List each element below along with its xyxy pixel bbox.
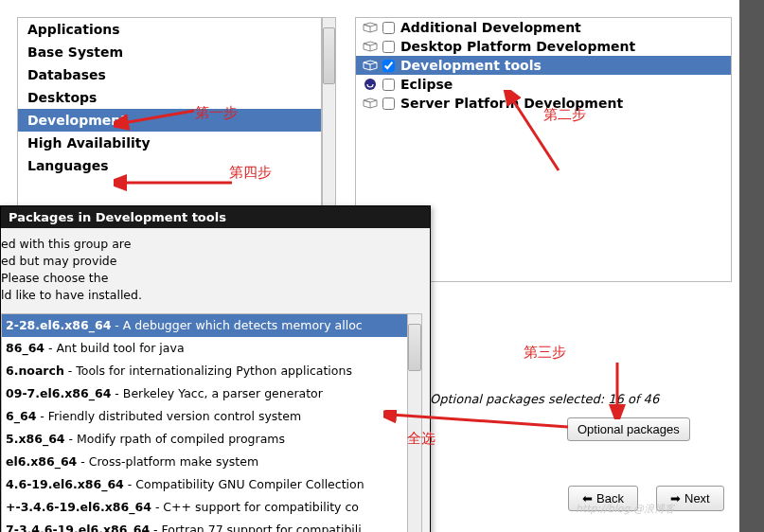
group-development-tools[interactable]: Development tools xyxy=(356,56,731,75)
annotation-step3: 第三步 xyxy=(524,344,566,362)
group-additional-development[interactable]: Additional Development xyxy=(356,18,731,37)
group-checkbox[interactable] xyxy=(382,79,395,91)
category-desktops[interactable]: Desktops xyxy=(18,86,321,109)
package-icon xyxy=(362,58,379,73)
list-item[interactable]: el6.x86_64 - Cross-platform make system xyxy=(2,451,421,473)
dialog-text-line: Please choose the xyxy=(1,270,422,287)
group-label: Desktop Platform Development xyxy=(400,39,635,54)
package-icon xyxy=(362,20,379,35)
main-area: Applications Base System Databases Deskt… xyxy=(0,0,739,532)
category-high-availability[interactable]: High Availability xyxy=(18,132,321,154)
list-item[interactable]: 6_64 - Friendly distributed version cont… xyxy=(2,405,421,428)
group-server-platform-development[interactable]: Server Platform Development xyxy=(356,94,731,113)
package-icon xyxy=(362,96,379,111)
list-item[interactable]: 2-28.el6.x86_64 - A debugger which detec… xyxy=(2,314,421,337)
group-checkbox[interactable] xyxy=(382,22,395,34)
window-sidebar xyxy=(739,0,764,532)
watermark: http://blog.@浪博客 xyxy=(576,502,675,516)
list-item[interactable]: 86_64 - Ant build tool for java xyxy=(2,337,421,360)
group-label: Server Platform Development xyxy=(400,96,623,111)
package-list: 2-28.el6.x86_64 - A debugger which detec… xyxy=(1,313,422,532)
group-desktop-platform-development[interactable]: Desktop Platform Development xyxy=(356,37,731,56)
optional-packages-button[interactable]: Optional packages xyxy=(567,417,690,441)
category-applications[interactable]: Applications xyxy=(18,18,321,41)
group-label: Eclipse xyxy=(400,77,453,92)
list-item[interactable]: 09-7.el6.x86_64 - Berkeley Yacc, a parse… xyxy=(2,382,421,405)
package-icon xyxy=(362,39,379,54)
group-label: Development tools xyxy=(400,58,542,73)
list-item[interactable]: 4.6-19.el6.x86_64 - Compatibility GNU Co… xyxy=(2,473,421,496)
dialog-body: ed with this group are ed but may provid… xyxy=(1,228,430,532)
scrollbar-thumb[interactable] xyxy=(408,324,421,371)
dialog-text-line: ld like to have installed. xyxy=(1,287,422,304)
list-item[interactable]: +-3.4.6-19.el6.x86_64 - C++ support for … xyxy=(2,496,421,519)
list-item[interactable]: 5.x86_64 - Modify rpath of compiled prog… xyxy=(2,428,421,451)
category-databases[interactable]: Databases xyxy=(18,63,321,86)
category-base-system[interactable]: Base System xyxy=(18,41,321,63)
dialog-text-line: ed with this group are xyxy=(1,236,422,253)
group-eclipse[interactable]: Eclipse xyxy=(356,75,731,94)
packages-dialog: Packages in Development tools ed with th… xyxy=(0,205,431,532)
category-development[interactable]: Development xyxy=(18,109,321,132)
annotation-arrow xyxy=(606,358,634,419)
category-languages[interactable]: Languages xyxy=(18,154,321,177)
scrollbar-thumb[interactable] xyxy=(323,27,335,84)
list-item[interactable]: 6.noarch - Tools for internationalizing … xyxy=(2,360,421,382)
package-scrollbar[interactable] xyxy=(407,314,421,532)
group-checkbox[interactable] xyxy=(382,41,395,53)
svg-point-0 xyxy=(364,79,376,90)
group-label: Additional Development xyxy=(400,20,581,35)
optional-count-label: Optional packages selected: 16 of 46 xyxy=(430,392,659,406)
next-label: Next xyxy=(684,491,710,505)
eclipse-icon xyxy=(362,77,379,92)
dialog-text-line: ed but may provide xyxy=(1,253,422,270)
group-checkbox[interactable] xyxy=(382,60,395,72)
dialog-title: Packages in Development tools xyxy=(1,206,430,228)
list-item[interactable]: 7-3.4.6-19.el6.x86_64 - Fortran 77 suppo… xyxy=(2,519,421,532)
group-checkbox[interactable] xyxy=(382,98,395,110)
